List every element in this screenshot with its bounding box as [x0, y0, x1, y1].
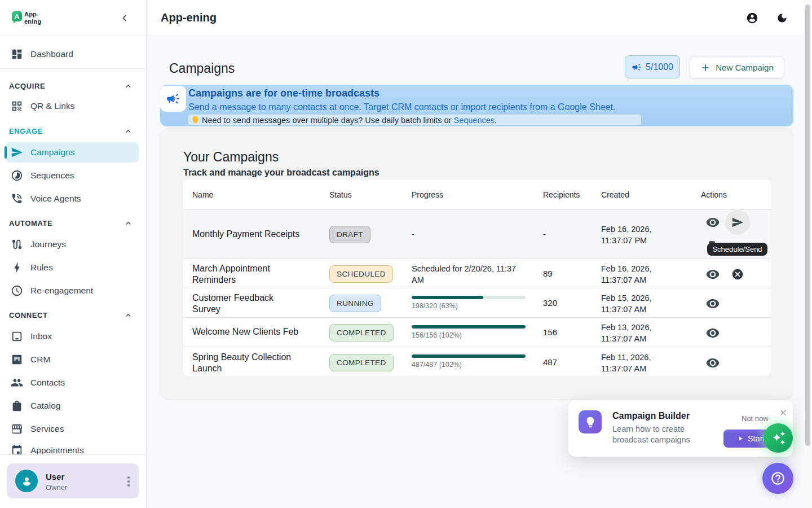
svg-text:A: A [14, 12, 20, 21]
